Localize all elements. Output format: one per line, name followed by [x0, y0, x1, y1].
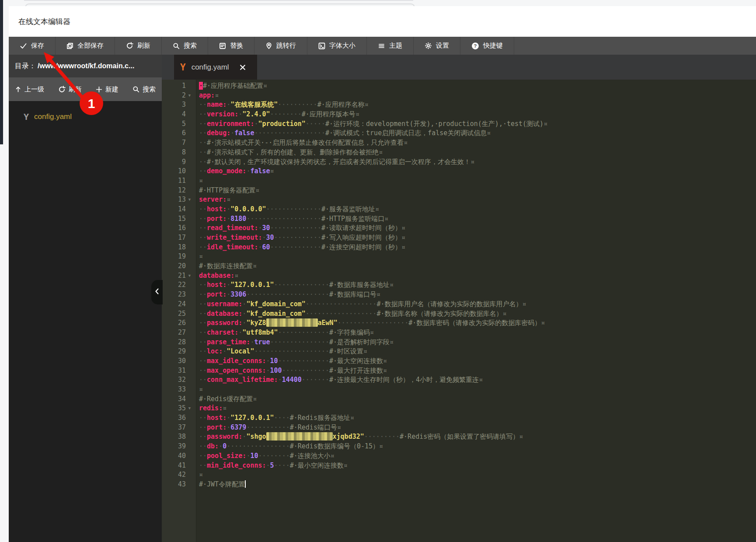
code-line[interactable]: 34#·Redis缓存配置¤: [162, 395, 756, 404]
file-item[interactable]: Yconfig.yaml: [9, 108, 162, 126]
gutter-cell: 39: [162, 442, 196, 451]
code-text: ··idle_timeout:·60·············#·连接空闲超时时…: [196, 243, 405, 252]
code-line[interactable]: 36··host:·"127.0.0.1"····#·Redis服务器地址¤: [162, 413, 756, 423]
toolbar-button-8[interactable]: 主题: [367, 37, 414, 55]
line-number: 34: [171, 395, 186, 404]
code-line[interactable]: 6··debug:·false··················#·调试模式：…: [162, 129, 756, 138]
code-line[interactable]: 40··pool_size:·10········#·连接池大小¤: [162, 451, 756, 461]
gutter-cell: 24: [162, 300, 196, 309]
toolbar-button-2[interactable]: 全部保存: [56, 37, 115, 55]
sidebar-action-label: 刷新: [69, 85, 82, 94]
gutter-cell: 30: [162, 357, 196, 366]
code-line[interactable]: 42¤: [162, 470, 756, 480]
gutter-cell: 5: [162, 119, 196, 129]
toolbar-button-6[interactable]: 跳转行: [254, 37, 307, 55]
code-line[interactable]: 8··#·演示站模式下，所有的创建、更新、删除操作都会被拒绝¤: [162, 148, 756, 157]
code-text: ··conn_max_lifetime:·14400·······#·连接最大生…: [196, 375, 483, 385]
code-line[interactable]: 32··conn_max_lifetime:·14400·······#·连接最…: [162, 375, 756, 385]
line-number: 2: [171, 91, 186, 101]
code-line[interactable]: 20#·数据库连接配置¤: [162, 262, 756, 271]
code-line[interactable]: 4··version:·"2.4.0"········#·应用程序版本号¤: [162, 110, 756, 119]
toolbar-button-label: 全部保存: [77, 42, 104, 50]
toolbar-button-1[interactable]: 保存: [9, 37, 56, 55]
code-line[interactable]: 9··#·默认关闭，生产环境建议保持关闭状态，开启或者关闭后记得重启一次程序，才…: [162, 157, 756, 167]
code-line[interactable]: 33¤: [162, 385, 756, 395]
fold-arrow-icon[interactable]: ▼: [187, 271, 192, 281]
sidebar-action-3[interactable]: 新建: [96, 85, 118, 94]
code-line[interactable]: 30··max_idle_conns:·10·············#·最大空…: [162, 357, 756, 366]
line-number: 36: [171, 413, 186, 423]
code-line[interactable]: 15··port:·8180···················#·HTTP服…: [162, 214, 756, 224]
sidebar-action-2[interactable]: 刷新: [58, 85, 82, 94]
code-line[interactable]: 3··name:·"在线客服系统"··········#·应用程序名称¤: [162, 100, 756, 110]
toolbar-button-7[interactable]: 字体大小: [307, 37, 367, 55]
code-line[interactable]: 29··loc:·"Local"···················#·时区设…: [162, 347, 756, 357]
code-text: ··port:·6379···········#·Redis端口号¤: [196, 423, 341, 433]
code-line[interactable]: 26··password:·"kyZ8aEwN"················…: [162, 318, 756, 328]
code-text: ¤: [196, 385, 203, 395]
toolbar-button-4[interactable]: 搜索: [162, 37, 208, 55]
line-number: 11: [171, 176, 186, 186]
code-line[interactable]: 13▼server:¤: [162, 195, 756, 205]
code-line[interactable]: 25··database:·"kf_domain_com"···········…: [162, 309, 756, 319]
code-line[interactable]: 41··min_idle_conns:·5····#·最小空闲连接数¤: [162, 461, 756, 471]
code-line[interactable]: 24··username:·"kf_domain_com"···········…: [162, 300, 756, 309]
code-line[interactable]: 19¤: [162, 252, 756, 262]
code-line[interactable]: 22··host:·"127.0.0.1"··············#·数据库…: [162, 280, 756, 290]
tab-bar: Yconfig.yaml: [162, 55, 756, 80]
line-number: 39: [171, 442, 186, 451]
toolbar-button-3[interactable]: 刷新: [115, 37, 162, 55]
line-number: 4: [171, 110, 186, 119]
code-text: ··loc:·"Local"···················#·时区设置¤: [196, 347, 367, 357]
code-text: ··version:·"2.4.0"········#·应用程序版本号¤: [196, 110, 359, 119]
code-line[interactable]: 14··host:·"0.0.0.0"··············#·服务器监听…: [162, 205, 756, 214]
toolbar-button-label: 跳转行: [276, 42, 296, 50]
gutter-cell: 18: [162, 243, 196, 252]
code-line[interactable]: 38··password:·"shgoxjqbd32"·········#·Re…: [162, 432, 756, 442]
close-icon[interactable]: [240, 64, 246, 70]
code-line[interactable]: 17··write_timeout:·30············#·写入响应超…: [162, 233, 756, 243]
code-line[interactable]: 18··idle_timeout:·60·············#·连接空闲超…: [162, 243, 756, 252]
code-line[interactable]: 43#·JWT令牌配置: [162, 480, 756, 490]
code-text: #·数据库连接配置¤: [196, 262, 257, 271]
fold-arrow-icon[interactable]: ▼: [187, 195, 192, 205]
toolbar-button-9[interactable]: 设置: [414, 37, 460, 55]
sidebar-action-1[interactable]: 上一级: [15, 85, 44, 94]
line-number: 1: [171, 81, 186, 91]
gutter-cell: 34: [162, 395, 196, 404]
code-line[interactable]: 5··environment:·"production"·····#·运行环境：…: [162, 119, 756, 129]
sidebar-action-4[interactable]: 搜索: [132, 85, 156, 94]
code-line[interactable]: 39··db:·0················#·Redis数据库编号（0-…: [162, 442, 756, 451]
code-line[interactable]: 7··#·演示站模式开关·-·启用后将禁止修改任何配置信息，只允许查看¤: [162, 138, 756, 148]
code-line[interactable]: 28··parse_time:·true···············#·是否解…: [162, 338, 756, 347]
code-line[interactable]: 37··port:·6379···········#·Redis端口号¤: [162, 423, 756, 433]
gutter-cell: 4: [162, 110, 196, 119]
code-line[interactable]: 16··read_timeout:·30·············#·读取请求超…: [162, 224, 756, 233]
gutter-cell: 3: [162, 100, 196, 110]
sidebar-collapse-handle[interactable]: [151, 280, 163, 304]
code-editor[interactable]: 1·#·应用程序基础配置¤2▼app:¤3··name:·"在线客服系统"···…: [162, 80, 756, 542]
fold-arrow-icon[interactable]: ▼: [187, 404, 192, 413]
up-icon: [15, 86, 21, 93]
line-number: 9: [171, 157, 186, 167]
font-size-icon: [318, 42, 325, 49]
code-line[interactable]: 1·#·应用程序基础配置¤: [162, 81, 756, 91]
toolbar-button-10[interactable]: ?快捷键: [460, 37, 514, 55]
code-line[interactable]: 10··demo_mode:·false¤: [162, 167, 756, 176]
toolbar-button-5[interactable]: 替换: [208, 37, 254, 55]
code-line[interactable]: 23··port:·3306·····················#·数据库…: [162, 290, 756, 300]
code-line[interactable]: 27··charset:·"utf8mb4"·············#·字符集…: [162, 328, 756, 338]
code-line[interactable]: 2▼app:¤: [162, 91, 756, 101]
code-line[interactable]: 35▼redis:¤: [162, 404, 756, 413]
code-line[interactable]: 11¤: [162, 176, 756, 186]
code-text: ··db:·0················#·Redis数据库编号（0-15…: [196, 442, 383, 451]
tab-config-yaml[interactable]: Yconfig.yaml: [174, 55, 257, 80]
code-line[interactable]: 21▼database:¤: [162, 271, 756, 281]
code-line[interactable]: 12#·HTTP服务器配置¤: [162, 186, 756, 196]
toolbar-button-label: 保存: [31, 42, 44, 50]
gutter-cell: 15: [162, 214, 196, 224]
sidebar-action-label: 新建: [105, 85, 118, 94]
fold-arrow-icon[interactable]: ▼: [187, 91, 192, 101]
gutter-cell: 16: [162, 224, 196, 233]
code-line[interactable]: 31··max_open_conns:·100············#·最大打…: [162, 366, 756, 376]
